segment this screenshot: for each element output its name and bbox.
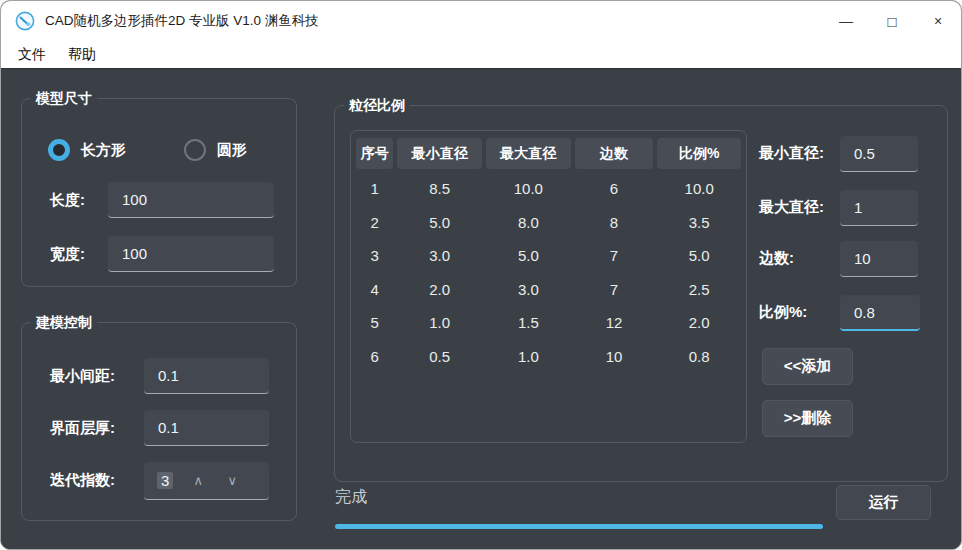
spin-down-icon[interactable]: ∨ — [215, 473, 249, 488]
group-modeling-control: 建模控制 最小间距: 界面层厚: 迭代指数: 3 ∧ ∨ — [21, 322, 297, 521]
shape-radio-row: 长方形 圆形 — [48, 139, 288, 161]
layer-thickness-label: 界面层厚: — [50, 419, 115, 438]
group-particle-ratio: 粒径比例 序号 最小直径 最大直径 边数 比例% 1 8.5 10.0 — [334, 105, 948, 482]
run-button[interactable]: 运行 — [836, 485, 931, 520]
window-controls: — □ × — [823, 1, 961, 41]
length-input[interactable] — [108, 182, 274, 218]
layer-thickness-input[interactable] — [144, 410, 269, 446]
group-model-size: 模型尺寸 长方形 圆形 长度: 宽度: — [21, 98, 297, 287]
maximize-icon[interactable]: □ — [869, 1, 915, 41]
iteration-label: 迭代指数: — [50, 471, 115, 490]
radio-rectangle[interactable] — [48, 139, 70, 161]
add-button[interactable]: <<添加 — [762, 348, 853, 385]
delete-button[interactable]: >>删除 — [762, 400, 853, 437]
header-min-diameter: 最小直径 — [397, 138, 482, 169]
minimize-icon[interactable]: — — [823, 1, 869, 41]
min-spacing-input[interactable] — [144, 358, 269, 394]
header-ratio: 比例% — [657, 138, 741, 169]
radio-rectangle-label: 长方形 — [81, 141, 126, 160]
form-max-diameter-input[interactable] — [840, 190, 918, 226]
form-min-diameter-input[interactable] — [840, 136, 918, 172]
radio-circle[interactable] — [184, 139, 206, 161]
width-input[interactable] — [108, 236, 274, 272]
menubar: 文件 帮助 — [1, 41, 961, 68]
particle-table-body: 1 8.5 10.0 6 10.0 2 5.0 8.0 8 3.5 — [356, 172, 741, 373]
header-sides: 边数 — [575, 138, 654, 169]
close-icon[interactable]: × — [915, 1, 961, 41]
group-modeling-control-legend: 建模控制 — [31, 313, 97, 332]
group-model-size-legend: 模型尺寸 — [31, 89, 97, 108]
menu-item-help[interactable]: 帮助 — [57, 43, 107, 67]
iteration-value: 3 — [157, 472, 173, 489]
progress-bar-fill — [335, 524, 823, 529]
menu-item-file[interactable]: 文件 — [7, 43, 57, 67]
status-text: 完成 — [335, 487, 367, 508]
particle-table[interactable]: 序号 最小直径 最大直径 边数 比例% 1 8.5 10.0 6 10.0 — [350, 130, 747, 443]
main-panel: 模型尺寸 长方形 圆形 长度: 宽度: 建模控制 最小间距: 界面层厚: 迭代指… — [1, 68, 961, 549]
header-index: 序号 — [356, 138, 393, 169]
progress-bar — [335, 524, 823, 529]
form-ratio-input[interactable] — [840, 295, 920, 331]
table-row[interactable]: 1 8.5 10.0 6 10.0 — [356, 172, 741, 206]
min-spacing-label: 最小间距: — [50, 367, 115, 386]
radio-circle-label: 圆形 — [217, 141, 247, 160]
width-label: 宽度: — [50, 245, 85, 264]
form-sides-label: 边数: — [759, 249, 794, 268]
table-row[interactable]: 6 0.5 1.0 10 0.8 — [356, 340, 741, 374]
group-particle-ratio-legend: 粒径比例 — [344, 96, 410, 115]
table-row[interactable]: 4 2.0 3.0 7 2.5 — [356, 273, 741, 307]
table-row[interactable]: 5 1.0 1.5 12 2.0 — [356, 306, 741, 340]
form-ratio-label: 比例%: — [759, 303, 807, 322]
iteration-spinner[interactable]: 3 ∧ ∨ — [144, 462, 269, 500]
app-icon — [15, 11, 35, 31]
app-window: CAD随机多边形插件2D 专业版 V1.0 渊鱼科技 — □ × 文件 帮助 模… — [0, 0, 962, 550]
length-label: 长度: — [50, 191, 85, 210]
form-min-diameter-label: 最小直径: — [759, 144, 824, 163]
form-max-diameter-label: 最大直径: — [759, 198, 824, 217]
table-row[interactable]: 3 3.0 5.0 7 5.0 — [356, 239, 741, 273]
header-max-diameter: 最大直径 — [486, 138, 571, 169]
particle-table-header: 序号 最小直径 最大直径 边数 比例% — [356, 138, 741, 169]
form-sides-input[interactable] — [840, 241, 918, 277]
titlebar: CAD随机多边形插件2D 专业版 V1.0 渊鱼科技 — □ × — [1, 1, 961, 41]
table-row[interactable]: 2 5.0 8.0 8 3.5 — [356, 206, 741, 240]
spin-up-icon[interactable]: ∧ — [181, 473, 215, 488]
window-title: CAD随机多边形插件2D 专业版 V1.0 渊鱼科技 — [45, 12, 319, 30]
